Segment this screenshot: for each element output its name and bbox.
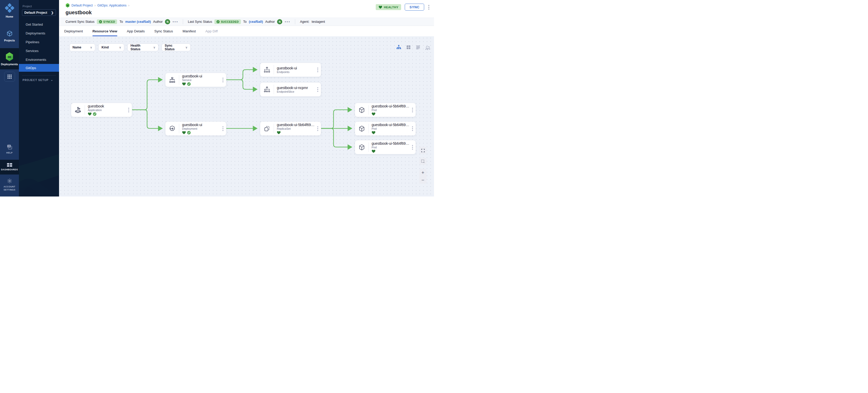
breadcrumb-link-project[interactable]: Default Project	[71, 4, 93, 7]
list-view-toggle[interactable]	[415, 44, 421, 50]
resource-node-endpoints[interactable]: guestbook-ui Endpoints	[260, 63, 321, 77]
view-toggle-group	[396, 44, 430, 50]
module-rail: Home Projects ∞ Deployments ? HELP DASHB…	[0, 0, 19, 197]
rail-label: Deployments	[1, 63, 18, 66]
filter-health-status[interactable]: Health Status∨	[127, 43, 158, 51]
more-commit-info-button[interactable]: ●●●	[173, 21, 178, 23]
rail-item-module-grid[interactable]	[0, 69, 19, 84]
healthy-heart-icon	[182, 131, 186, 134]
rail-item-help[interactable]: ? HELP	[0, 142, 19, 157]
resource-name: guestbook-ui-5b64f6959...	[372, 123, 411, 127]
filter-sync-status[interactable]: Sync Status∨	[162, 43, 191, 51]
resource-name: guestbook-ui-ncpmr	[277, 86, 316, 90]
resource-node-application[interactable]: guestbook Application	[71, 103, 132, 117]
grid-view-toggle[interactable]	[405, 44, 411, 50]
author-label: Author	[265, 20, 275, 24]
app-menu-button[interactable]	[428, 4, 430, 10]
filter-kind[interactable]: Kind∨	[98, 43, 124, 51]
tab-sync-status[interactable]: Sync Status	[154, 26, 173, 36]
gear-icon	[7, 178, 12, 184]
resource-node-deployment[interactable]: guestbook-ui Deployment	[165, 122, 226, 136]
resource-status	[372, 112, 411, 116]
marquee-select-button[interactable]	[419, 158, 427, 165]
zoom-out-button[interactable]: −	[421, 177, 424, 183]
agent-group: Agent: testagent	[300, 20, 325, 24]
more-commit-info-button[interactable]: ●●●	[285, 21, 290, 23]
resource-name: guestbook-ui-5b64f69597	[277, 123, 316, 127]
current-revision-link[interactable]: master (ceaf5a0)	[125, 20, 151, 24]
network-view-toggle[interactable]	[425, 44, 430, 50]
resource-status	[372, 131, 411, 134]
check-circle-icon: ✓	[216, 20, 220, 23]
page-header: ∞ Default Project › GitOps: Applications…	[59, 0, 434, 18]
sidebar-item-environments[interactable]: Environments	[19, 55, 59, 64]
current-sync-status-label: Current Sync Status	[65, 20, 95, 24]
node-menu-button[interactable]	[411, 125, 415, 132]
resource-node-pod-1[interactable]: guestbook-ui-5b64f6959... Pod	[355, 103, 416, 117]
project-setup-toggle[interactable]: PROJECT SETUP ⌄	[19, 78, 59, 81]
healthy-heart-icon	[182, 82, 186, 86]
resource-tree-canvas[interactable]: Name∨ Kind∨ Health Status∨ Sync Status∨	[59, 36, 434, 197]
health-status-label: HEALTHY	[384, 6, 398, 9]
tab-app-details[interactable]: App Details	[127, 26, 145, 36]
resource-status	[182, 82, 221, 86]
node-menu-button[interactable]	[316, 67, 321, 73]
resource-status	[88, 112, 127, 116]
sidebar-item-gitops[interactable]: GitOps	[19, 64, 59, 72]
resource-node-pod-2[interactable]: guestbook-ui-5b64f6959... Pod	[355, 122, 416, 136]
breadcrumb-link-gitops-applications[interactable]: GitOps: Applications	[97, 4, 127, 7]
resource-node-endpointslice[interactable]: guestbook-ui-ncpmr EndpointSlice	[260, 82, 321, 97]
chevron-right-icon: ›	[95, 4, 96, 7]
node-menu-button[interactable]	[221, 77, 226, 84]
status-bar: Current Sync Status ✓SYNCED To master (c…	[59, 18, 434, 26]
sidebar-item-pipelines[interactable]: Pipelines	[19, 37, 59, 46]
tab-manifest[interactable]: Manifest	[183, 26, 196, 36]
author-avatar[interactable]: N	[165, 19, 170, 24]
agent-value: testagent	[312, 20, 325, 24]
to-label: To	[243, 20, 247, 24]
sync-button[interactable]: SYNC	[405, 4, 424, 11]
node-menu-button[interactable]	[411, 107, 415, 113]
resource-kind: EndpointSlice	[277, 90, 316, 93]
rail-item-home[interactable]: Home	[0, 0, 19, 21]
fit-to-screen-button[interactable]	[419, 147, 427, 154]
sidebar-item-deployments[interactable]: Deployments	[19, 29, 59, 37]
service-icon	[165, 76, 179, 84]
rail-item-deployments[interactable]: ∞ Deployments	[0, 48, 19, 69]
sidebar-menu: Get Started Deployments Pipelines Servic…	[19, 20, 59, 72]
synced-badge: ✓SYNCED	[97, 20, 117, 24]
project-selector[interactable]: Default Project ❯	[22, 9, 56, 16]
dashboards-icon	[7, 163, 12, 167]
resource-status	[277, 131, 316, 134]
node-menu-button[interactable]	[127, 107, 132, 113]
last-revision-link[interactable]: (ceaf5a0)	[249, 20, 263, 24]
zoom-in-button[interactable]: +	[421, 170, 424, 175]
node-menu-button[interactable]	[316, 125, 321, 132]
node-menu-button[interactable]	[316, 86, 321, 93]
health-status-badge: HEALTHY	[376, 4, 401, 10]
brand-watermark	[19, 139, 59, 197]
application-icon	[71, 106, 85, 114]
tab-deployment[interactable]: Deployment	[64, 26, 83, 36]
project-setup-label: PROJECT SETUP	[23, 78, 49, 81]
endpointslice-icon	[260, 86, 274, 93]
filter-name[interactable]: Name∨	[69, 43, 95, 51]
sidebar-item-get-started[interactable]: Get Started	[19, 20, 59, 29]
resource-node-pod-3[interactable]: guestbook-ui-5b64f6959... Pod	[355, 140, 416, 154]
rail-item-projects[interactable]: Projects	[0, 27, 19, 44]
replicaset-icon	[260, 125, 274, 132]
rail-item-dashboards[interactable]: DASHBOARDS	[0, 160, 19, 174]
resource-node-service[interactable]: guestbook-ui Service	[165, 73, 226, 87]
module-grid-button[interactable]	[4, 72, 15, 81]
sidebar-item-services[interactable]: Services	[19, 46, 59, 55]
resource-node-replicaset[interactable]: guestbook-ui-5b64f69597 ReplicaSet	[260, 122, 321, 136]
tree-view-toggle[interactable]	[396, 44, 402, 50]
node-menu-button[interactable]	[221, 125, 226, 132]
tab-resource-view[interactable]: Resource View	[92, 26, 117, 36]
rail-item-account-settings[interactable]: ACCOUNT SETTINGS	[0, 174, 19, 197]
author-avatar[interactable]: N	[277, 19, 282, 24]
resource-kind: Application	[88, 108, 127, 111]
tab-app-diff: App Diff	[205, 26, 218, 36]
node-menu-button[interactable]	[411, 144, 415, 151]
chevron-down-icon: ∨	[88, 46, 92, 49]
